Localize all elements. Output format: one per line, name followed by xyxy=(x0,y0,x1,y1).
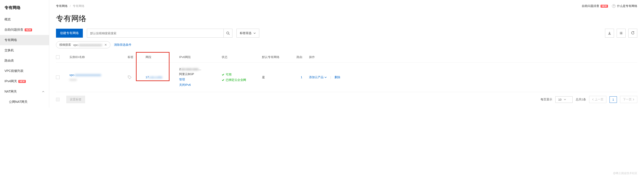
sidebar-subitem-public-nat[interactable]: 公网NAT网关 xyxy=(0,97,49,107)
sidebar-item-natgw[interactable]: NAT网关 xyxy=(0,86,49,97)
tag-icon[interactable] xyxy=(128,75,132,79)
check-icon xyxy=(222,79,224,81)
cell-route[interactable]: 1 xyxy=(291,76,302,79)
select-all-checkbox[interactable] xyxy=(56,55,60,59)
chevron-right-icon xyxy=(632,98,634,100)
table-footer: 设置标签 每页显示 10 总共1条 上一页 1 下一页 xyxy=(56,92,637,108)
clear-filter-link[interactable]: 清除筛选条件 xyxy=(114,43,132,47)
col-ipv6: IPv6网段 xyxy=(179,55,222,59)
breadcrumb-sep: / xyxy=(70,4,71,8)
page-size-select[interactable]: 10 xyxy=(555,96,572,103)
cell-status: 可用 已绑定云企业网 xyxy=(222,72,262,82)
sidebar-item-routetable[interactable]: 路由表 xyxy=(0,56,49,66)
col-status: 状态 xyxy=(222,55,262,59)
vpc-table: 实例ID/名称 标签 网段 IPv6网段 状态 默认专有网络 路由 操作 vpc… xyxy=(49,52,644,108)
chip-close-icon[interactable]: ✕ xyxy=(104,43,107,46)
col-tag: 标签 xyxy=(128,55,143,59)
download-icon xyxy=(608,31,611,35)
sidebar-item-label: 路由表 xyxy=(4,59,14,63)
total-count: 总共1条 xyxy=(576,98,586,102)
prev-page-button[interactable]: 上一页 xyxy=(589,96,606,103)
add-product-link[interactable]: 添加云产品 xyxy=(309,75,327,79)
sidebar-item-ipv4gw[interactable]: IPv4网关NEW xyxy=(0,76,49,86)
breadcrumb: 专有网络 / 专有网络 xyxy=(56,4,84,8)
breadcrumb-current: 专有网络 xyxy=(73,4,84,8)
sidebar-item-self-diag[interactable]: 自助问题排查NEW xyxy=(0,25,49,35)
sidebar-item-label: VPC前缀列表 xyxy=(4,69,24,73)
sidebar-item-vswitch[interactable]: 交换机 xyxy=(0,45,49,56)
table-row: vpc-xxxxxxxxxxxxxxxxxx xxxxx 17x.xx.x.x/… xyxy=(56,62,637,92)
settings-button[interactable] xyxy=(617,29,626,38)
gear-icon xyxy=(619,31,623,35)
what-is-link[interactable]: ? 什么是专有网络 xyxy=(612,4,637,8)
link-label: 自助问题排查 xyxy=(582,4,599,8)
question-icon: ? xyxy=(612,4,616,8)
sidebar-item-label: IPv4网关 xyxy=(4,79,17,83)
sidebar-item-label: 概览 xyxy=(4,18,11,22)
next-page-button[interactable]: 下一页 xyxy=(620,96,637,103)
sidebar-item-label: 自助问题排查 xyxy=(4,28,23,32)
cell-cidr: 17x.xx.x.x/xx xyxy=(143,76,179,79)
sidebar-title: 专有网络 xyxy=(0,0,49,14)
sidebar-item-label: 公网NAT网关 xyxy=(9,100,28,104)
sidebar-item-prefixlist[interactable]: VPC前缀列表 xyxy=(0,66,49,76)
new-badge: NEW xyxy=(600,5,608,8)
page-number[interactable]: 1 xyxy=(610,96,617,103)
cell-ipv6: 2xxx:xxxx:xxxx… 阿里云BGP 管理 关闭IPv6 xyxy=(179,68,222,87)
svg-line-1 xyxy=(228,34,230,35)
vpc-id-link[interactable]: vpc-xxxxxxxxxxxxxxxxxx xyxy=(70,73,128,77)
divider: | xyxy=(330,76,331,79)
cell-actions: 添加云产品 | 删除 xyxy=(302,75,637,79)
status-available: 可用 xyxy=(222,72,262,77)
self-diag-link[interactable]: 自助问题排查 NEW xyxy=(582,4,608,8)
ipv6-bgp: 阿里云BGP xyxy=(179,72,222,76)
breadcrumb-root[interactable]: 专有网络 xyxy=(56,4,68,8)
sidebar-item-label: 交换机 xyxy=(4,48,14,52)
svg-point-0 xyxy=(226,32,229,34)
vpc-name: xxxxx xyxy=(70,78,128,81)
main-content: 专有网络 / 专有网络 自助问题排查 NEW ? 什么是专有网络 专有网络 创建… xyxy=(49,0,644,108)
search-wrap xyxy=(87,29,232,38)
svg-point-2 xyxy=(621,33,622,34)
create-vpc-button[interactable]: 创建专有网络 xyxy=(56,29,83,38)
filter-chip: 模糊搜索 vpc-xxxxxxxxxxxxxxxx ✕ xyxy=(56,41,110,48)
ipv6-addr: 2xxx:xxxx:xxxx… xyxy=(179,68,222,71)
new-badge: NEW xyxy=(25,28,32,31)
sidebar-item-vpc[interactable]: 专有网络 xyxy=(0,35,49,45)
row-checkbox[interactable] xyxy=(56,76,60,79)
cell-tag xyxy=(128,75,143,79)
col-id: 实例ID/名称 xyxy=(70,55,128,59)
download-button[interactable] xyxy=(605,29,614,38)
refresh-icon xyxy=(631,31,634,35)
chevron-down-icon xyxy=(324,76,327,78)
cell-id: vpc-xxxxxxxxxxxxxxxxxx xxxxx xyxy=(70,73,128,81)
col-cidr: 网段 xyxy=(143,55,179,59)
sidebar-item-label: 专有网络 xyxy=(4,38,17,42)
chevron-down-icon xyxy=(253,32,256,34)
page-title: 专有网络 xyxy=(49,12,644,29)
toolbar-right xyxy=(605,29,637,38)
topbar: 专有网络 / 专有网络 自助问题排查 NEW ? 什么是专有网络 xyxy=(49,0,644,12)
status-bound: 已绑定云企业网 xyxy=(222,78,262,82)
refresh-button[interactable] xyxy=(628,29,637,38)
ipv6-manage-link[interactable]: 管理 xyxy=(179,78,222,82)
chevron-up-icon xyxy=(42,90,44,93)
tag-filter-dropdown[interactable]: 标签筛选 xyxy=(236,29,259,38)
set-tag-button: 设置标签 xyxy=(66,96,85,103)
toolbar: 创建专有网络 标签筛选 xyxy=(49,29,644,41)
chip-label: 模糊搜索 xyxy=(59,43,71,47)
new-badge: NEW xyxy=(18,80,26,83)
ipv6-close-link[interactable]: 关闭IPv6 xyxy=(179,83,222,87)
chip-value: vpc-xxxxxxxxxxxxxxxx xyxy=(73,43,102,46)
delete-link[interactable]: 删除 xyxy=(334,75,340,79)
chevron-left-icon xyxy=(592,98,594,100)
sidebar-item-label: NAT网关 xyxy=(4,90,17,94)
sidebar: 专有网络 概览 自助问题排查NEW 专有网络 交换机 路由表 VPC前缀列表 I… xyxy=(0,0,49,108)
col-actions: 操作 xyxy=(302,55,637,59)
cidr-value[interactable]: 17x.xx.x.x/xx xyxy=(146,76,162,79)
filter-row: 模糊搜索 vpc-xxxxxxxxxxxxxxxx ✕ 清除筛选条件 xyxy=(49,41,644,52)
pagination: 每页显示 10 总共1条 上一页 1 下一页 xyxy=(540,96,637,103)
search-button[interactable] xyxy=(224,29,232,38)
search-input[interactable] xyxy=(87,29,224,38)
sidebar-item-overview[interactable]: 概览 xyxy=(0,14,49,25)
